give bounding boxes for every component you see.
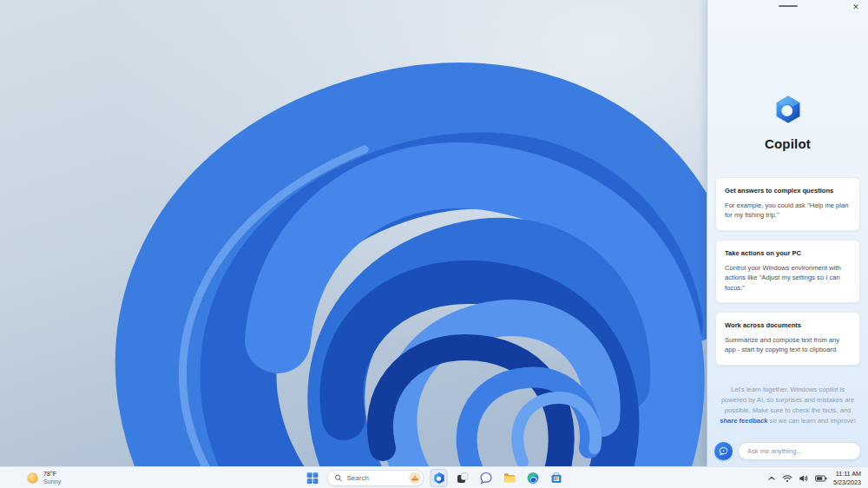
card-body: Summarize and compose text from any app … — [725, 335, 851, 355]
chat-button[interactable] — [477, 469, 495, 487]
edge-button[interactable] — [524, 469, 542, 487]
share-feedback-link[interactable]: share feedback — [720, 417, 767, 425]
windows-logo-icon — [306, 472, 319, 485]
card-title: Work across documents — [725, 321, 851, 329]
speaker-icon — [799, 474, 809, 483]
close-icon: ✕ — [852, 3, 859, 11]
taskbar-copilot-button[interactable] — [431, 469, 448, 487]
chat-bubble-icon — [719, 446, 728, 456]
copilot-logo-icon — [707, 94, 868, 129]
copilot-taskbar-icon — [432, 472, 445, 485]
battery-icon — [815, 475, 827, 482]
sunny-icon — [26, 472, 39, 485]
start-button[interactable] — [304, 469, 321, 487]
card-title: Get answers to complex questions — [725, 187, 851, 195]
chat-icon — [479, 472, 492, 485]
tray-time: 11:11 AM — [836, 470, 861, 478]
disclaimer-after: so we can learn and improve! — [767, 417, 855, 425]
search-highlight-icon — [409, 472, 422, 485]
bloom-wallpaper-image — [0, 0, 707, 466]
clock-button[interactable]: 11:11 AM 5/23/2023 — [833, 470, 861, 486]
battery-button[interactable] — [815, 467, 827, 488]
card-title: Take actions on your PC — [725, 249, 851, 257]
card-body: Control your Windows environment with ac… — [725, 263, 851, 293]
volume-button[interactable] — [799, 467, 809, 488]
screen: ✕ Copilot Get answers to comple — [0, 0, 868, 488]
disclaimer-text: Let's learn together. Windows copilot is… — [707, 385, 868, 427]
system-tray: 11:11 AM 5/23/2023 — [767, 467, 868, 488]
suggestion-card-documents[interactable]: Work across documents Summarize and comp… — [715, 312, 860, 366]
search-label: Search — [347, 474, 404, 482]
panel-drag-handle-icon[interactable] — [779, 5, 798, 7]
edge-icon — [526, 472, 539, 485]
ask-input[interactable] — [738, 442, 861, 460]
network-button[interactable] — [782, 467, 792, 488]
suggestion-card-answers[interactable]: Get answers to complex questions For exa… — [715, 177, 860, 231]
wifi-icon — [782, 474, 792, 483]
panel-title: Copilot — [707, 136, 868, 151]
panel-top-bar: ✕ — [707, 0, 868, 14]
desktop-wallpaper — [0, 0, 707, 466]
tray-date: 5/23/2023 — [833, 478, 861, 487]
widgets-button[interactable]: 78°F Sunny — [0, 467, 69, 488]
taskbar-search[interactable]: Search — [327, 470, 424, 486]
suggestion-card-actions[interactable]: Take actions on your PC Control your Win… — [715, 240, 860, 303]
tray-chevron-button[interactable] — [767, 467, 776, 488]
store-button[interactable] — [548, 469, 565, 487]
task-view-button[interactable] — [454, 469, 471, 487]
search-icon — [335, 474, 343, 482]
taskbar: 78°F Sunny — [0, 466, 868, 488]
card-body: For example, you could ask "Help me plan… — [725, 201, 851, 221]
weather-condition: Sunny — [43, 478, 61, 486]
disclaimer-before: Let's learn together. Windows copilot is… — [721, 386, 854, 414]
taskbar-center: Search — [304, 467, 565, 488]
new-chat-button[interactable] — [714, 442, 733, 460]
file-explorer-button[interactable] — [501, 469, 518, 487]
close-button[interactable]: ✕ — [850, 1, 862, 13]
store-icon — [549, 472, 562, 485]
weather-text: 78°F Sunny — [43, 471, 61, 485]
chevron-up-icon — [767, 474, 776, 483]
task-view-icon — [456, 472, 469, 485]
folder-icon — [503, 472, 516, 485]
suggestion-card-list: Get answers to complex questions For exa… — [707, 177, 868, 366]
ask-input-row — [714, 442, 861, 460]
copilot-panel: ✕ Copilot Get answers to comple — [707, 0, 868, 466]
